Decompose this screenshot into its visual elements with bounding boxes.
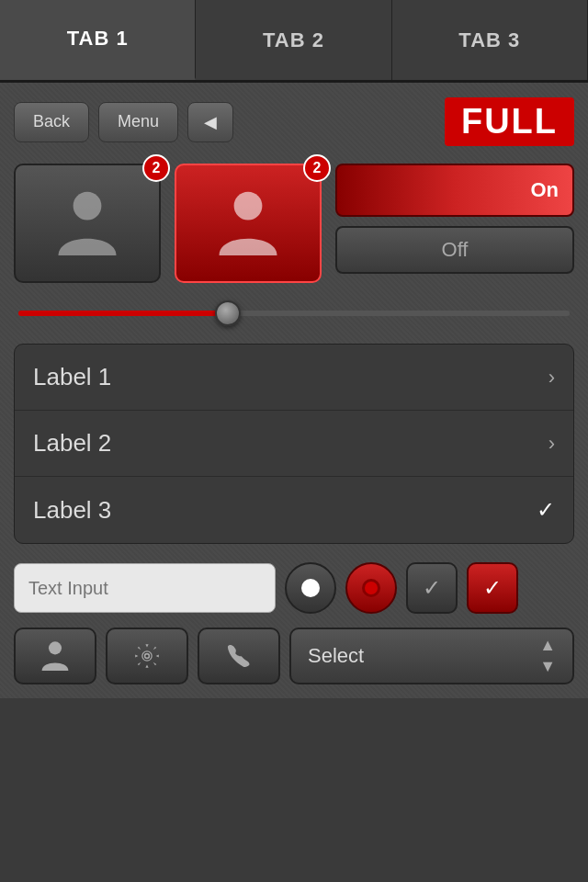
list-label-1: Label 1 bbox=[33, 363, 111, 391]
tab-3[interactable]: TAB 3 bbox=[392, 0, 588, 80]
toggle-off-button[interactable]: Off bbox=[335, 226, 574, 274]
nav-person-button[interactable] bbox=[14, 628, 96, 684]
bottom-nav: Select ▲ ▼ bbox=[14, 628, 574, 684]
gear-icon bbox=[132, 641, 162, 671]
toolbar-row: Back Menu ◀ FULL bbox=[14, 96, 574, 147]
nav-phone-button[interactable] bbox=[198, 628, 280, 684]
select-label: Select bbox=[308, 644, 364, 668]
avatar-2-badge: 2 bbox=[303, 154, 331, 182]
list-label-2: Label 2 bbox=[33, 429, 111, 458]
menu-button[interactable]: Menu bbox=[98, 102, 178, 142]
list-item-2[interactable]: Label 2 › bbox=[15, 411, 573, 477]
list-checkmark-3: ✓ bbox=[537, 497, 555, 523]
check-button-dark[interactable]: ✓ bbox=[406, 562, 458, 614]
list-chevron-1: › bbox=[548, 366, 555, 390]
list-container: Label 1 › Label 2 › Label 3 ✓ bbox=[14, 344, 574, 544]
slider-track bbox=[18, 311, 570, 316]
person-icon-1 bbox=[55, 187, 119, 260]
arrow-button[interactable]: ◀ bbox=[187, 102, 233, 142]
svg-point-1 bbox=[234, 192, 263, 220]
avatar-1[interactable]: 2 bbox=[14, 164, 161, 283]
input-row: ✓ ✓ bbox=[14, 562, 574, 614]
toggle-off-label: Off bbox=[442, 238, 469, 262]
svg-point-0 bbox=[74, 192, 102, 220]
check-icon-red: ✓ bbox=[483, 575, 502, 601]
full-logo: FULL bbox=[445, 97, 574, 146]
main-content: Back Menu ◀ FULL 2 2 bbox=[0, 83, 588, 698]
check-icon-dark: ✓ bbox=[423, 575, 441, 601]
tab-bar: TAB 1 TAB 2 TAB 3 bbox=[0, 0, 588, 83]
check-button-red[interactable]: ✓ bbox=[467, 562, 518, 614]
slider-row bbox=[14, 301, 574, 325]
slider-thumb[interactable] bbox=[215, 300, 241, 326]
phone-icon bbox=[225, 642, 253, 670]
back-button[interactable]: Back bbox=[14, 102, 89, 142]
radio-button-red[interactable] bbox=[345, 562, 397, 614]
tab-2[interactable]: TAB 2 bbox=[196, 0, 391, 80]
svg-point-2 bbox=[49, 641, 62, 654]
toggle-on-label: On bbox=[530, 178, 559, 202]
avatar-2[interactable]: 2 bbox=[175, 164, 322, 283]
toggle-column: On Off bbox=[335, 164, 574, 274]
avatar-row: 2 2 On Off bbox=[14, 164, 574, 283]
list-item-1[interactable]: Label 1 › bbox=[15, 345, 573, 411]
person-nav-icon bbox=[40, 639, 70, 673]
person-icon-2 bbox=[216, 187, 280, 260]
tab-1[interactable]: TAB 1 bbox=[0, 0, 196, 80]
radio-button-white[interactable] bbox=[285, 562, 336, 614]
list-chevron-2: › bbox=[548, 432, 555, 456]
radio-inner-red bbox=[362, 579, 380, 597]
nav-gear-button[interactable] bbox=[106, 628, 188, 684]
list-item-3[interactable]: Label 3 ✓ bbox=[15, 477, 573, 543]
radio-inner-white bbox=[301, 579, 320, 597]
svg-point-6 bbox=[145, 654, 148, 657]
select-button[interactable]: Select ▲ ▼ bbox=[289, 628, 574, 684]
avatar-1-badge: 2 bbox=[142, 154, 170, 182]
text-input[interactable] bbox=[14, 563, 276, 613]
toggle-on-button[interactable]: On bbox=[335, 164, 574, 217]
list-label-3: Label 3 bbox=[33, 496, 111, 525]
select-arrows-icon: ▲ ▼ bbox=[539, 636, 556, 676]
